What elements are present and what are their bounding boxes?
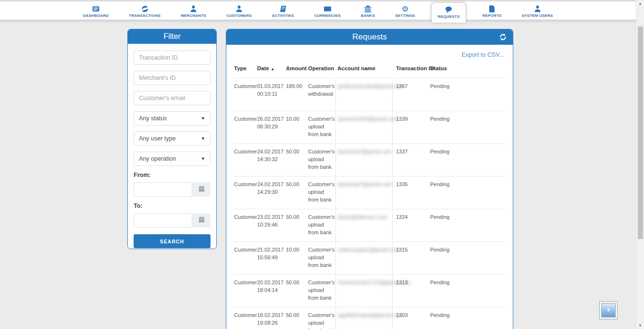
cell-transaction-id: 1335 [393,177,429,209]
nav-items: DASHBOARDTRANSACTIONSMERCHANTSCUSTOMERSA… [0,1,636,20]
table-body: Customer 01.03.2017 00:10:11 189.00 Cust… [234,78,505,329]
customer-email-input[interactable] [134,91,211,105]
transaction-id-input[interactable] [134,51,211,65]
scrollbar-up-arrow[interactable]: ▲ [636,2,644,5]
blurred-email: sathurarajahy@gmail.com [338,247,399,253]
table-row[interactable]: Customer 18.02.2017 19:08:26 50.00 Custo… [234,307,505,329]
cell-date: 26.02.2017 06:30:29 [257,111,286,143]
nav-item-label: TRANSACTIONS [129,13,161,18]
nav-item-label: CURRENCIES [314,13,341,18]
nav-item-banks[interactable]: BANKS [357,3,379,19]
column-header-amount[interactable]: Amount [286,65,308,71]
nav-item-activities[interactable]: ACTIVITIES [268,3,298,19]
merchant-id-input[interactable] [134,71,211,85]
column-header-status[interactable]: Status [429,65,505,71]
bank-icon [363,5,373,13]
nav-item-transactions[interactable]: TRANSACTIONS [124,3,165,19]
gear-icon: ⚙ [400,5,410,13]
table-row[interactable]: Customer 21.02.2017 15:56:49 10.00 Custo… [234,241,505,274]
nav-item-customers[interactable]: CUSTOMERS [222,3,256,19]
export-csv-link[interactable]: Export to CSV... [462,51,504,60]
cell-transaction-id: 1339 [393,111,429,143]
cell-operation: Customer's upload from bank [308,242,335,274]
chevron-down-icon: ▼ [201,136,205,141]
cell-type: Customer [234,242,257,274]
scroll-down-widget-face: ▼ [601,303,616,317]
cell-transaction-id: 1337 [393,144,429,176]
status-select-value: Any status [139,115,167,122]
filter-title: Filter [163,32,181,41]
cell-status: Pending [429,78,505,111]
scroll-down-widget[interactable]: ▼ [599,301,618,319]
cell-operation: Customer's upload from bank [308,111,335,143]
nav-item-label: CUSTOMERS [226,13,252,18]
window-scrollbar[interactable]: ▲ ▼ [636,0,644,329]
to-date-group [134,213,211,228]
nav-item-label: MERCHANTS [181,13,206,18]
requests-title: Requests [352,32,387,42]
operation-select[interactable]: Any operation ▼ [134,152,211,166]
cell-type: Customer [234,144,257,176]
table-row[interactable]: Customer 01.03.2017 00:10:11 189.00 Cust… [234,78,505,111]
from-date-input[interactable] [134,182,192,197]
requests-table: Type Date ▲ Amount Operation Account nam… [226,64,513,329]
cell-status: Pending [429,111,505,143]
chevron-down-icon: ▼ [201,156,205,161]
cell-operation: Customer's upload from bank [308,209,335,241]
refresh-icon[interactable] [499,33,507,41]
filter-panel-body: Any status ▼ Any user type ▼ Any operati… [128,44,216,251]
column-header-date[interactable]: Date ▲ [257,65,286,71]
nav-item-reports[interactable]: REPORTS [478,3,506,19]
nav-item-merchants[interactable]: MERCHANTS [176,3,211,19]
user-type-select[interactable]: Any user type ▼ [134,131,211,146]
table-row[interactable]: Customer 24.02.2017 14:29:30 50.00 Custo… [234,176,505,209]
to-calendar-button[interactable] [192,213,211,228]
column-header-account-name[interactable]: Account name [335,65,393,71]
nav-item-settings[interactable]: ⚙SETTINGS [391,3,420,19]
nav-item-dashboard[interactable]: DASHBOARD [78,3,113,19]
sync-icon [140,5,149,13]
document-icon [487,5,496,13]
cell-type: Customer [234,307,257,329]
cell-status: Pending [429,209,505,241]
column-header-transaction-id[interactable]: Transaction ID [393,65,429,71]
user-type-select-value: Any user type [139,135,175,142]
filter-panel: Filter Any status ▼ Any user type ▼ Any … [127,29,217,249]
cell-operation: Customer's upload from bank [308,307,335,329]
cell-status: Pending [429,275,505,307]
cell-type: Customer [234,209,257,241]
nav-item-currencies[interactable]: CURRENCIES [310,3,345,19]
filter-panel-header: Filter [128,29,216,44]
column-header-type[interactable]: Type [234,65,257,71]
chevron-down-icon: ▼ [201,116,205,121]
cell-type: Customer [234,78,257,111]
table-row[interactable]: Customer 20.02.2017 18:04:14 50.00 Custo… [234,274,505,307]
nav-item-label: SYSTEM USERS [522,13,553,18]
blurred-email: jhane@telkonex.com [338,214,387,220]
nav-item-requests[interactable]: REQUESTS [431,2,467,23]
cell-status: Pending [429,307,505,329]
blurred-email: baamirali7@gmail.com [338,181,392,187]
cell-account-name: goldenstaryathi@gmail.com [335,78,393,111]
from-date-group [134,182,211,197]
nav-item-system-users[interactable]: SYSTEM USERS [518,3,557,19]
table-row[interactable]: Customer 23.02.2017 10:25:46 50.00 Custo… [234,209,505,241]
calendar-icon [198,216,205,225]
from-label: From: [134,172,211,178]
cell-account-name: shamemcads7123@gmail.com [335,275,393,307]
cell-account-name: baamirali7@gmail.com [335,144,393,176]
status-select[interactable]: Any status ▼ [134,111,211,126]
cell-date: 18.02.2017 19:08:26 [257,307,286,329]
blurred-email: goldenstaryathi@gmail.com [338,83,403,89]
table-row[interactable]: Customer 26.02.2017 06:30:29 10.00 Custo… [234,111,505,143]
table-row[interactable]: Customer 24.02.2017 14:30:32 50.00 Custo… [234,143,505,176]
scrollbar-thumb[interactable] [638,26,643,239]
nav-item-label: REQUESTS [438,14,460,19]
cell-date: 24.02.2017 14:30:32 [257,144,286,176]
column-header-operation[interactable]: Operation [308,65,335,71]
blurred-email: baamirali7@gmail.com [338,149,392,154]
search-button[interactable]: SEARCH [134,234,211,248]
from-calendar-button[interactable] [192,182,211,197]
scrollbar-down-arrow[interactable]: ▼ [636,324,644,327]
to-date-input[interactable] [134,213,192,228]
